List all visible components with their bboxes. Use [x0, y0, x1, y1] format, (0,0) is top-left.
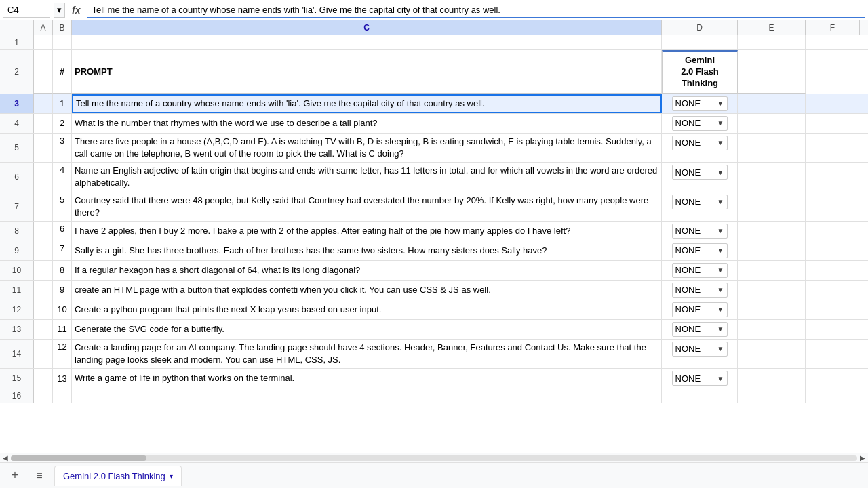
cell-b6[interactable]: 4: [53, 163, 72, 191]
cell-c3[interactable]: Tell me the name of a country whose name…: [72, 94, 662, 113]
col-header-b[interactable]: B: [53, 20, 72, 35]
cell-d6[interactable]: NONE ▼: [662, 163, 738, 191]
cell-c2[interactable]: PROMPT: [72, 50, 662, 94]
none-dropdown[interactable]: NONE ▼: [672, 96, 728, 111]
cell-e13[interactable]: [738, 320, 806, 339]
tab-dropdown-arrow-icon[interactable]: ▾: [170, 472, 173, 480]
cell-e15[interactable]: [738, 369, 806, 388]
cell-d4[interactable]: NONE ▼: [662, 114, 738, 133]
cell-b14[interactable]: 12: [53, 340, 72, 368]
cell-b3[interactable]: 1: [53, 94, 72, 113]
cell-e5[interactable]: [738, 134, 806, 162]
cell-a7[interactable]: [34, 192, 53, 221]
cell-b8[interactable]: 6: [53, 222, 72, 241]
cell-e7[interactable]: [738, 192, 806, 221]
cell-c11[interactable]: create an HTML page with a button that e…: [72, 281, 662, 300]
cell-c7[interactable]: Courtney said that there were 48 people,…: [72, 192, 662, 221]
cell-e12[interactable]: [738, 300, 806, 319]
sheets-menu-button[interactable]: ≡: [30, 466, 49, 485]
cell-d7[interactable]: NONE ▼: [662, 192, 738, 221]
cell-c1[interactable]: [72, 35, 662, 49]
cell-c4[interactable]: What is the number that rhymes with the …: [72, 114, 662, 133]
cell-e16[interactable]: [738, 388, 806, 403]
cell-d11[interactable]: NONE ▼: [662, 281, 738, 300]
cell-c15[interactable]: Write a game of life in python that work…: [72, 369, 662, 388]
none-dropdown[interactable]: NONE ▼: [672, 302, 728, 317]
cell-e14[interactable]: [738, 340, 806, 368]
cell-a11[interactable]: [34, 281, 53, 300]
cell-d13[interactable]: NONE ▼: [662, 320, 738, 339]
add-sheet-button[interactable]: +: [5, 466, 24, 485]
cell-a15[interactable]: [34, 369, 53, 388]
none-dropdown[interactable]: NONE ▼: [672, 116, 728, 131]
cell-c12[interactable]: Create a python program that prints the …: [72, 300, 662, 319]
none-dropdown[interactable]: NONE ▼: [672, 195, 728, 209]
cell-b5[interactable]: 3: [53, 134, 72, 162]
cell-c9[interactable]: Sally is a girl. She has three brothers.…: [72, 241, 662, 260]
cell-e9[interactable]: [738, 241, 806, 260]
col-header-c[interactable]: C: [72, 20, 662, 35]
cell-reference[interactable]: C4: [3, 3, 50, 18]
cell-c16[interactable]: [72, 388, 662, 403]
cell-b9[interactable]: 7: [53, 241, 72, 260]
cell-c10[interactable]: If a regular hexagon has a short diagona…: [72, 261, 662, 280]
col-header-a[interactable]: A: [34, 20, 53, 35]
none-dropdown[interactable]: NONE ▼: [672, 243, 728, 258]
sheet-tab-gemini[interactable]: Gemini 2.0 Flash Thinking ▾: [54, 466, 182, 486]
cell-c13[interactable]: Generate the SVG code for a butterfly.: [72, 320, 662, 339]
cell-e6[interactable]: [738, 163, 806, 191]
cell-b13[interactable]: 11: [53, 320, 72, 339]
cell-e1[interactable]: [738, 35, 806, 49]
cell-a1[interactable]: [34, 35, 53, 49]
cell-b15[interactable]: 13: [53, 369, 72, 388]
cell-b16[interactable]: [53, 388, 72, 403]
cell-c5[interactable]: There are five people in a house (A,B,C,…: [72, 134, 662, 162]
none-dropdown[interactable]: NONE ▼: [672, 263, 728, 278]
cell-e8[interactable]: [738, 222, 806, 241]
cell-a6[interactable]: [34, 163, 53, 191]
col-header-f[interactable]: F: [806, 20, 860, 35]
cell-b1[interactable]: [53, 35, 72, 49]
cell-a10[interactable]: [34, 261, 53, 280]
cell-d8[interactable]: NONE ▼: [662, 222, 738, 241]
scroll-thumb[interactable]: [11, 455, 146, 461]
formula-input[interactable]: Tell me the name of a country whose name…: [87, 3, 865, 18]
cell-e10[interactable]: [738, 261, 806, 280]
none-dropdown[interactable]: NONE ▼: [672, 283, 728, 298]
none-dropdown[interactable]: NONE ▼: [672, 322, 728, 337]
cell-c14[interactable]: Create a landing page for an AI company.…: [72, 340, 662, 368]
scroll-right-icon[interactable]: ▶: [860, 454, 865, 462]
cell-e4[interactable]: [738, 114, 806, 133]
none-dropdown[interactable]: NONE ▼: [672, 165, 728, 180]
horizontal-scrollbar[interactable]: [11, 455, 857, 461]
cell-a12[interactable]: [34, 300, 53, 319]
cell-b12[interactable]: 10: [53, 300, 72, 319]
cell-a9[interactable]: [34, 241, 53, 260]
none-dropdown[interactable]: NONE ▼: [672, 342, 728, 357]
cell-a16[interactable]: [34, 388, 53, 403]
cell-e3[interactable]: [738, 94, 806, 113]
cell-d1[interactable]: [662, 35, 738, 49]
cell-e11[interactable]: [738, 281, 806, 300]
scroll-left-icon[interactable]: ◀: [3, 454, 8, 462]
cell-d5[interactable]: NONE ▼: [662, 134, 738, 162]
none-dropdown[interactable]: NONE ▼: [672, 224, 728, 239]
cell-d14[interactable]: NONE ▼: [662, 340, 738, 368]
cell-b2[interactable]: #: [53, 50, 72, 94]
cell-b11[interactable]: 9: [53, 281, 72, 300]
cell-a4[interactable]: [34, 114, 53, 133]
cell-a5[interactable]: [34, 134, 53, 162]
cell-a2[interactable]: [34, 50, 53, 94]
col-header-e[interactable]: E: [738, 20, 806, 35]
cell-a8[interactable]: [34, 222, 53, 241]
none-dropdown[interactable]: NONE ▼: [672, 136, 728, 150]
cell-c6[interactable]: Name an English adjective of latin origi…: [72, 163, 662, 191]
none-dropdown[interactable]: NONE ▼: [672, 371, 728, 386]
cell-e2[interactable]: [738, 50, 806, 94]
cell-ref-dropdown[interactable]: ▾: [54, 3, 65, 18]
cell-d16[interactable]: [662, 388, 738, 403]
cell-d15[interactable]: NONE ▼: [662, 369, 738, 388]
cell-b4[interactable]: 2: [53, 114, 72, 133]
cell-a13[interactable]: [34, 320, 53, 339]
col-header-d[interactable]: D: [662, 20, 738, 35]
